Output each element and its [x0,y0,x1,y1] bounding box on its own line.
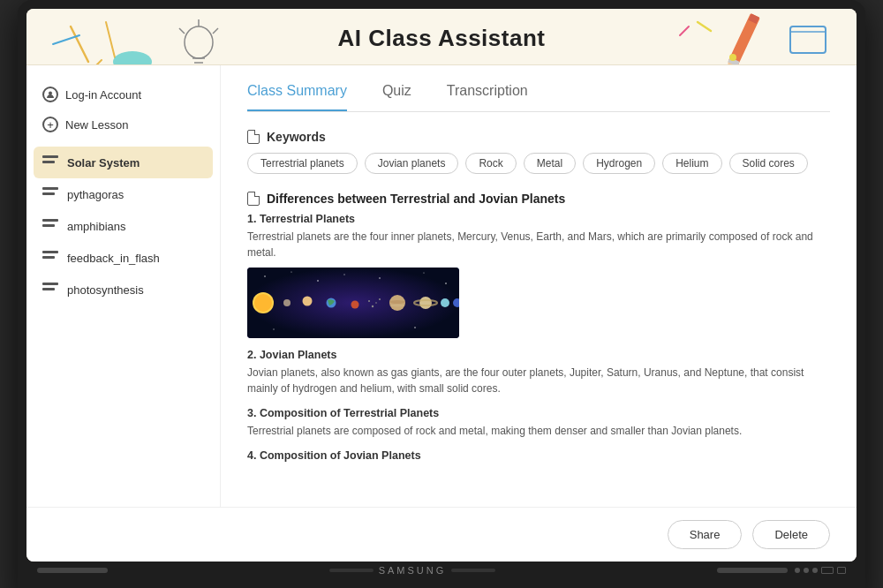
screen: AI Class Assistant Log-in Account + New … [26,9,857,562]
subsection-title-2: 2. Jovian Planets [247,349,830,361]
control-bar-left [37,568,108,573]
app-title: AI Class Assistant [44,25,839,52]
lesson-icon [42,283,58,297]
lesson-label: feedback_in_flash [67,252,160,265]
subsection-2: 2. Jovian Planets Jovian planets, also k… [247,349,830,396]
keyword-tag[interactable]: Terrestrial planets [247,153,358,174]
svg-point-32 [414,327,416,328]
new-lesson-label: New Lesson [65,118,129,132]
svg-point-38 [351,301,359,309]
tabs: Class Summary Quiz Transcription [247,65,830,112]
tab-class-summary[interactable]: Class Summary [247,83,347,111]
lesson-label: amphibians [67,220,126,233]
main-content-section: Differences between Terrestrial and Jovi… [247,192,830,462]
delete-button[interactable]: Delete [752,520,830,549]
keywords-header: Keywords [247,130,830,144]
sidebar-item-feedback-in-flash[interactable]: feedback_in_flash [26,242,220,274]
svg-point-42 [379,298,381,300]
sidebar-item-amphibians[interactable]: amphibians [26,210,220,242]
subsection-title-3: 3. Composition of Terrestrial Planets [247,407,830,419]
section-title-text: Differences between Terrestrial and Jovi… [267,192,565,206]
svg-point-25 [291,271,291,272]
svg-point-31 [273,328,274,329]
control-bar-small [451,569,495,572]
bottom-bar: Share Delete [26,507,857,562]
subsection-text-2: Jovian planets, also known as gas giants… [247,365,830,396]
subsection-1: 1. Terrestrial Planets Terrestrial plane… [247,213,830,338]
keyword-tag[interactable]: Metal [524,153,576,174]
svg-point-34 [254,294,272,312]
subsection-title-1: 1. Terrestrial Planets [247,213,830,225]
subsection-3: 3. Composition of Terrestrial Planets Te… [247,407,830,439]
tab-transcription[interactable]: Transcription [447,83,528,111]
keywords-section: Keywords Terrestrial planets Jovian plan… [247,130,830,174]
account-icon [42,87,58,102]
keyword-tag[interactable]: Hydrogen [583,153,655,174]
account-label: Log-in Account [65,88,141,102]
main-layout: Log-in Account + New Lesson Solar System [26,65,857,507]
port-indicator [821,567,834,574]
svg-point-45 [390,305,404,307]
monitor: AI Class Assistant Log-in Account + New … [18,0,865,588]
brand-logo: SAMSUNG [379,565,447,576]
keyword-tag[interactable]: Solid cores [729,153,808,174]
lesson-label: photosynthesis [67,283,144,297]
sidebar-item-pythagoras[interactable]: pythagoras [26,178,220,210]
svg-point-48 [441,298,449,307]
section-file-icon [247,192,260,206]
port-indicator [837,567,846,574]
lesson-icon [42,155,58,170]
svg-point-22 [49,92,52,95]
lesson-icon [42,187,58,201]
keyword-tag[interactable]: Helium [662,153,721,174]
control-bar-small [329,569,374,572]
lesson-icon [42,251,58,265]
svg-rect-17 [749,13,759,23]
section-title: Differences between Terrestrial and Jovi… [247,192,830,206]
keyword-tag[interactable]: Jovian planets [365,153,459,174]
svg-point-24 [264,275,266,277]
port-indicators [795,567,846,574]
content-area: Class Summary Quiz Transcription Keyword… [221,65,857,507]
svg-point-46 [419,297,432,309]
solar-system-image [247,268,459,338]
header: AI Class Assistant [26,9,857,65]
subsection-title-4: 4. Composition of Jovian Planets [247,449,830,462]
svg-point-36 [303,297,313,306]
account-item[interactable]: Log-in Account [26,79,220,109]
right-controls [717,567,846,574]
share-button[interactable]: Share [668,520,743,549]
svg-point-30 [445,283,447,284]
port-dot [804,568,809,573]
sidebar-item-solar-system[interactable]: Solar System [34,147,213,178]
control-bar-right [717,568,788,573]
tab-quiz[interactable]: Quiz [382,83,411,111]
svg-point-27 [343,274,344,275]
svg-point-9 [113,51,152,65]
svg-point-26 [317,280,319,282]
svg-point-20 [729,54,736,61]
lesson-label: pythagoras [67,188,124,201]
new-lesson-item[interactable]: + New Lesson [26,109,220,139]
svg-line-11 [95,60,102,65]
keywords-title: Keywords [267,130,326,144]
svg-point-41 [375,302,377,304]
port-dot [795,568,800,573]
lesson-icon [42,219,58,233]
keywords-row: Terrestrial planets Jovian planets Rock … [247,153,830,174]
svg-point-29 [423,272,424,273]
sidebar-item-photosynthesis[interactable]: photosynthesis [26,274,220,305]
port-dot [812,568,818,573]
monitor-bottom-controls: SAMSUNG [26,562,857,579]
svg-point-40 [372,305,374,307]
subsection-text-3: Terrestrial planets are composed of rock… [247,423,830,439]
lesson-label: Solar System [67,156,140,170]
svg-point-28 [379,277,381,279]
svg-point-44 [389,300,405,304]
subsection-text-1: Terrestrial planets are the four inner p… [247,229,830,260]
keyword-tag[interactable]: Rock [465,153,516,174]
svg-rect-16 [728,57,739,65]
svg-marker-15 [722,61,737,65]
svg-point-35 [283,299,291,306]
svg-point-39 [368,300,370,302]
